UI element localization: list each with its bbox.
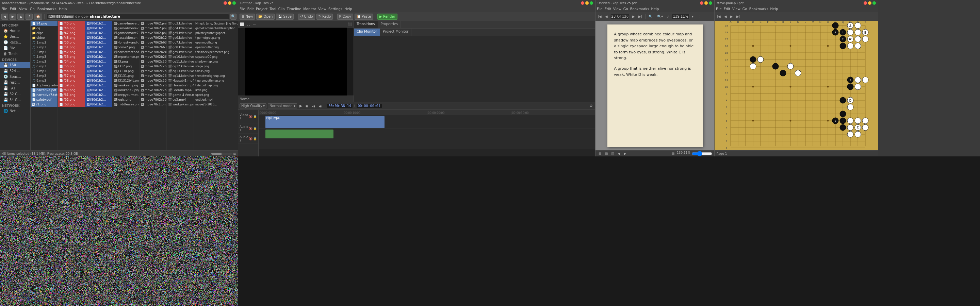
list-item[interactable]: 🖼move7862c263.png xyxy=(140,59,166,64)
menu-go-pdf[interactable]: Go xyxy=(624,7,628,11)
track-mute-button-v1[interactable]: 🔇 xyxy=(249,115,253,118)
track-mute-button-a1[interactable]: 🔇 xyxy=(249,127,253,130)
list-item[interactable]: 🖼kamkean.png xyxy=(112,83,139,88)
preview-monitor-btn[interactable]: ⬜ xyxy=(239,22,245,27)
list-item[interactable]: 🖼move7862c263c.png xyxy=(140,69,166,73)
video-track-1[interactable]: clip1.mp4 xyxy=(259,115,595,129)
sidebar-item-home[interactable]: 🏠Home xyxy=(0,28,30,34)
new-project-button[interactable]: ⊞ New xyxy=(240,14,255,20)
sidebar-item-resc[interactable]: 💾resc... xyxy=(0,79,30,86)
menu-edit-video[interactable]: Edit xyxy=(247,7,254,11)
list-item[interactable]: 🖼move7862c263f.png xyxy=(140,78,166,83)
list-item[interactable]: talosS.png xyxy=(194,69,238,73)
minimize-button-go[interactable] xyxy=(868,2,872,5)
sidebar-item-file[interactable]: 📄File ... xyxy=(0,45,30,51)
list-item[interactable]: 🖼f80d1b2... xyxy=(85,59,112,64)
next-frame-button[interactable]: ⏭ xyxy=(318,104,323,108)
go-board-content[interactable]: ABC DEF GHJ KLM NOP QRS T ABC DEF GHJ KL… xyxy=(714,21,878,150)
list-item[interactable]: little.png xyxy=(194,88,238,92)
list-item[interactable]: 🖼gameAmove77a.png xyxy=(112,26,139,30)
list-item[interactable]: 🖼f80d1b2... xyxy=(85,92,112,97)
play-button[interactable]: ▶ xyxy=(298,103,303,108)
list-item[interactable]: 🖼move7862b2651.png xyxy=(140,54,166,59)
list-item[interactable]: 🎵6.mp3 xyxy=(30,64,57,69)
list-item[interactable]: 🎬cg5.mp4 xyxy=(167,97,194,102)
track-mute-button-a2[interactable]: 🔇 xyxy=(249,137,253,140)
list-item[interactable]: 📄f59.png xyxy=(58,83,85,88)
menu-edit-pdf[interactable]: Edit xyxy=(605,7,611,11)
minimize-button-video[interactable] xyxy=(585,2,589,5)
save-project-button[interactable]: 💾 Save xyxy=(276,14,294,20)
menu-file-go[interactable]: File xyxy=(716,7,722,11)
list-item[interactable]: 📄f56.png xyxy=(58,69,85,73)
track-lock-button-v1[interactable]: 🔒 xyxy=(253,115,257,118)
menu-help[interactable]: Help xyxy=(59,7,67,11)
list-item[interactable]: 🖼f80d1b2... xyxy=(85,45,112,50)
list-item[interactable]: 🖼move7862b12.png xyxy=(140,35,166,40)
track-lock-button-a1[interactable]: 🔒 xyxy=(253,127,257,130)
list-item[interactable]: 🖼move7862c263j.png xyxy=(140,97,166,102)
track-lock-button-a2[interactable]: 🔒 xyxy=(253,137,257,140)
maximize-button-pdf[interactable] xyxy=(709,2,712,5)
list-item[interactable]: 📄f50.png xyxy=(58,40,85,45)
location-bar[interactable]: 150 GB Volume d ▶ go ▶ ahaarchitecture xyxy=(47,14,229,20)
preview-close-btn[interactable]: ⬛ xyxy=(347,22,353,27)
list-item[interactable]: 📄f58.png xyxy=(58,78,85,83)
list-item[interactable]: 🎬game 4 Ann.mp4 xyxy=(167,92,194,97)
list-item[interactable]: 🎵2.mp3 xyxy=(30,45,57,50)
list-item[interactable]: 🖼move7862b2441.png xyxy=(140,50,166,54)
list-item[interactable]: 🖼jl3131.png xyxy=(112,73,139,78)
list-item[interactable]: stage.png xyxy=(194,64,238,69)
undo-button[interactable]: ↺ Undo xyxy=(298,14,315,20)
menu-timeline[interactable]: Timeline xyxy=(287,7,301,11)
sidebar-item-recent[interactable]: 🕐Rece... xyxy=(0,40,30,45)
pdf-status-btn2[interactable]: ▤ xyxy=(604,151,609,156)
list-item[interactable]: 🖼f80d1b2... xyxy=(85,73,112,78)
zoom-in-button[interactable]: 🔍+ xyxy=(656,14,664,19)
tab-clip-monitor[interactable]: Clip Monitor xyxy=(354,29,380,36)
list-item[interactable]: 📄f54.png xyxy=(58,59,85,64)
list-item[interactable]: 📄f46.png xyxy=(58,26,85,30)
list-item[interactable]: 📄Applying_advers... xyxy=(30,83,57,88)
menu-file-pdf[interactable]: File xyxy=(597,7,603,11)
menu-view-pdf[interactable]: View xyxy=(613,7,621,11)
list-item[interactable]: 🖼gameAmove77b.png xyxy=(112,30,139,35)
list-item[interactable]: 🎬Hassabi1.mp4 xyxy=(167,78,194,83)
list-item[interactable]: 🖼keepyourmet... xyxy=(112,92,139,97)
go-next-button[interactable]: ▶ xyxy=(729,14,734,19)
list-item[interactable]: 🎵9.mp3 xyxy=(30,78,57,83)
list-item[interactable]: 🎵5.mp3 xyxy=(30,59,57,64)
list-item[interactable]: 🖼move7862b631b.png xyxy=(140,45,166,50)
menu-bookmarks[interactable]: Bookmarks xyxy=(37,7,56,11)
list-item[interactable]: 🎬cq14.kdenlive xyxy=(167,73,194,78)
last-page-button[interactable]: ▶| xyxy=(637,14,643,19)
up-button[interactable]: ▲ xyxy=(18,14,24,20)
list-item[interactable]: 📄94.png xyxy=(30,21,57,26)
list-item[interactable]: 🖼move7862c263i.png xyxy=(140,92,166,97)
minimize-button-pdf[interactable] xyxy=(705,2,708,5)
list-item[interactable]: 🖼move78c1.png xyxy=(140,102,166,107)
list-item[interactable]: 🎬cq12.kdenlive xyxy=(167,64,194,69)
minimize-button[interactable] xyxy=(228,2,231,5)
list-item[interactable]: thenetworkgroup.png xyxy=(194,73,238,78)
zoom-slider[interactable] xyxy=(692,151,712,156)
list-item[interactable]: 🎬cq11.kdenlive xyxy=(167,59,194,64)
menu-settings[interactable]: Settings xyxy=(328,7,342,11)
list-item[interactable]: 📁cq xyxy=(30,26,57,30)
prev-page-button[interactable]: ◀ xyxy=(604,14,609,19)
home-button[interactable]: 🏠 xyxy=(34,14,42,20)
pdf-fullscreen-button[interactable]: ⛶ xyxy=(696,14,701,19)
list-item[interactable]: 🖼move7862c263e.png xyxy=(140,73,166,78)
zoom-dropdown-button[interactable]: ▾ xyxy=(691,14,695,19)
quality-selector[interactable]: High Quality ▾ xyxy=(240,103,266,108)
list-item[interactable]: separateOC.png xyxy=(194,54,238,59)
menu-view-video[interactable]: View xyxy=(318,7,326,11)
prev-frame-button[interactable]: ⏮ xyxy=(310,104,316,108)
list-item[interactable]: 🖼f80d1b2... xyxy=(85,88,112,92)
sidebar-item-32g[interactable]: 💾32 G... xyxy=(0,91,30,97)
list-item[interactable]: tidetoolmap.png xyxy=(194,83,238,88)
sidebar-item-fat[interactable]: 💾FAT xyxy=(0,86,30,91)
list-item[interactable]: untitled.mp4 xyxy=(194,97,238,102)
list-item[interactable]: 🖼middleway.png xyxy=(112,102,139,107)
close-button-video[interactable] xyxy=(581,2,584,5)
